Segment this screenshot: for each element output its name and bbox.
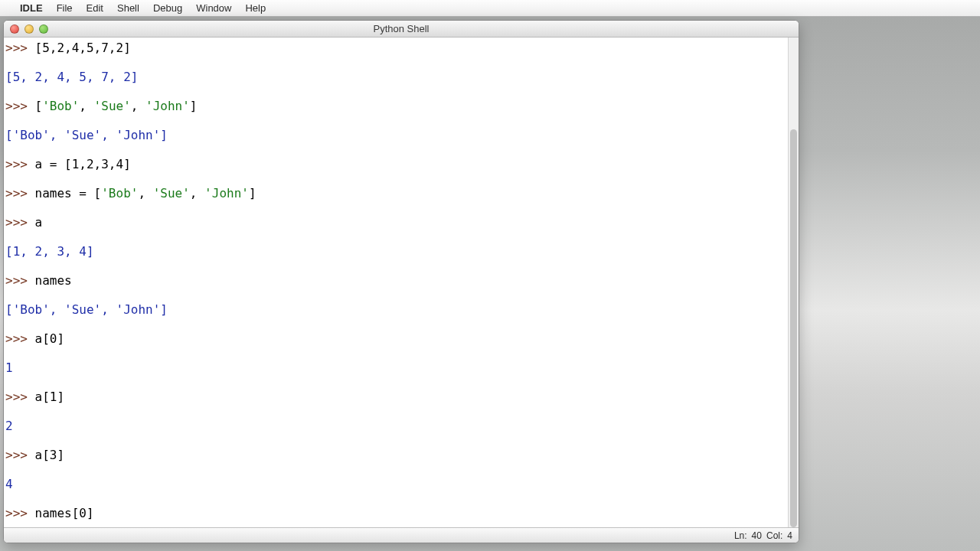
menu-shell[interactable]: Shell [117,2,139,14]
code-segment: , [190,186,204,201]
code-segment: 'Sue' [153,186,190,201]
prompt: >>> [5,506,35,520]
code-segment: a[3] [35,448,65,462]
code-segment: a[1] [35,390,65,404]
code-segment: names[0] [35,506,94,520]
status-bar: Ln: 40 Col: 4 [4,527,799,543]
code-segment: names = [ [35,186,102,201]
status-col-label: Col: [766,530,782,541]
prompt: >>> [5,215,35,230]
prompt: >>> [5,331,35,346]
prompt: >>> [5,186,35,201]
scrollbar[interactable] [788,37,799,527]
window-titlebar[interactable]: Python Shell [4,21,799,37]
prompt: >>> [5,99,35,113]
app-name[interactable]: IDLE [20,2,43,14]
close-icon[interactable] [10,24,19,34]
shell-input-line: >>> a [5,215,786,230]
prompt: >>> [5,157,35,171]
shell-input-line: >>> ['Bob', 'Sue', 'John'] [5,99,786,113]
prompt: >>> [5,448,35,462]
code-segment: 1 [5,360,13,375]
code-segment: , [138,186,152,201]
code-segment: 'Bob' [101,186,138,201]
shell-input-line: >>> names = ['Bob', 'Sue', 'John'] [5,186,786,201]
code-segment: ] [249,186,256,201]
code-segment: [ [35,99,43,113]
shell-input-line: >>> names [5,273,786,288]
code-segment: [5, 2, 4, 5, 7, 2] [5,70,138,84]
code-segment: 4 [5,477,13,491]
menu-help[interactable]: Help [245,2,266,14]
status-col-value: 4 [787,530,792,541]
desktop-background: Python Shell >>> [5,2,4,5,7,2] [5, 2, 4,… [0,17,980,551]
shell-input-line: >>> a = [1,2,3,4] [5,157,786,171]
shell-output-line: 1 [5,360,786,375]
code-segment: a[0] [35,331,65,346]
status-line-label: Ln: [734,530,747,541]
shell-output-line: [5, 2, 4, 5, 7, 2] [5,70,786,84]
zoom-icon[interactable] [39,24,48,34]
shell-output-line: ['Bob', 'Sue', 'John'] [5,128,786,142]
code-segment: [1, 2, 3, 4] [5,244,94,259]
code-segment: ['Bob', 'Sue', 'John'] [5,302,168,317]
menu-edit[interactable]: Edit [87,2,103,14]
code-segment: ] [190,99,198,113]
window-traffic-lights [4,24,48,34]
menu-window[interactable]: Window [196,2,231,14]
code-segment: names [35,273,72,288]
shell-output-line: ['Bob', 'Sue', 'John'] [5,302,786,317]
minimize-icon[interactable] [24,24,34,34]
prompt: >>> [5,390,35,404]
shell-output-line: 4 [5,477,786,491]
code-segment: a = [1,2,3,4] [35,157,131,171]
shell-input-line: >>> a[3] [5,448,786,462]
code-segment: a [35,215,43,230]
code-segment: 'John' [145,99,190,113]
window-title: Python Shell [4,23,799,34]
shell-output-line: 2 [5,419,786,433]
menu-debug[interactable]: Debug [153,2,182,14]
shell-input-line: >>> a[1] [5,390,786,404]
code-segment: 'John' [204,186,249,201]
prompt: >>> [5,41,35,55]
code-segment: , [131,99,145,113]
code-segment: [5,2,4,5,7,2] [35,41,131,55]
prompt: >>> [5,273,35,288]
code-segment: ['Bob', 'Sue', 'John'] [5,128,168,142]
status-line-value: 40 [752,530,762,541]
scroll-thumb[interactable] [790,129,797,527]
mac-menubar: IDLE File Edit Shell Debug Window Help [0,0,980,17]
code-segment: 2 [5,419,13,433]
code-segment: 'Sue' [94,99,131,113]
shell-input-line: >>> names[0] [5,506,786,520]
shell-output-line: [1, 2, 3, 4] [5,244,786,259]
shell-text-area[interactable]: >>> [5,2,4,5,7,2] [5, 2, 4, 5, 7, 2] >>>… [4,37,788,527]
menu-file[interactable]: File [57,2,73,14]
shell-input-line: >>> [5,2,4,5,7,2] [5,41,786,55]
code-segment: 'Bob' [42,99,79,113]
python-shell-window: Python Shell >>> [5,2,4,5,7,2] [5, 2, 4,… [3,20,799,543]
shell-input-line: >>> a[0] [5,331,786,346]
code-segment: , [79,99,93,113]
